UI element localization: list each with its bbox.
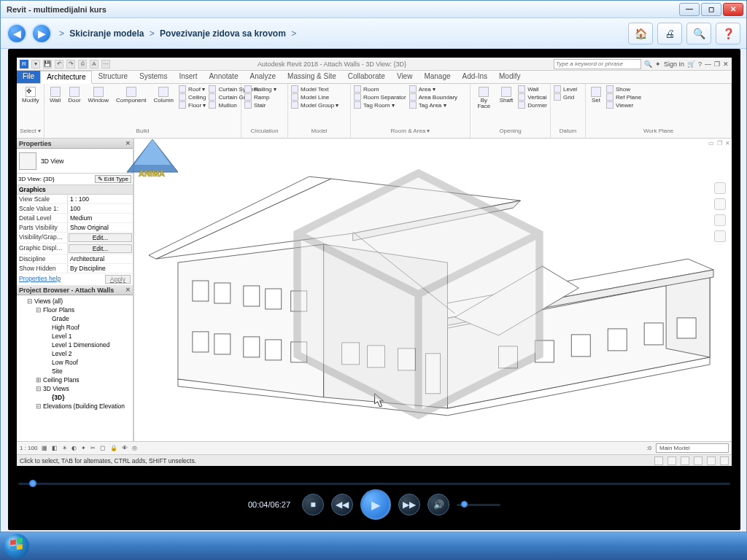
infocenter-help-icon[interactable]: ? xyxy=(698,61,702,68)
forward-button[interactable]: ▶ xyxy=(31,23,52,44)
properties-help-link[interactable]: Properties help xyxy=(19,275,61,284)
filter-icon[interactable] xyxy=(720,456,729,465)
close-button[interactable]: ✕ xyxy=(723,3,743,16)
wall-opening-button[interactable]: Wall xyxy=(518,85,547,93)
tree-item[interactable]: ⊟Views (all) xyxy=(20,297,130,306)
stair-button[interactable]: Stair xyxy=(244,101,276,109)
scale-label[interactable]: 1 : 100 xyxy=(20,445,37,451)
infocenter-search-icon[interactable]: 🔍 xyxy=(644,61,652,68)
dormer-button[interactable]: Dormer xyxy=(518,101,547,109)
component-button[interactable]: Component xyxy=(114,85,148,105)
room-button[interactable]: Room xyxy=(354,85,406,93)
crop-region-icon[interactable]: ▢ xyxy=(100,445,106,451)
model-text-button[interactable]: Model Text xyxy=(291,85,338,93)
tree-item[interactable]: ⊟3D Views xyxy=(20,384,130,393)
breadcrumb-item-1[interactable]: Skiciranje modela xyxy=(69,28,144,39)
crop-icon[interactable]: ✂ xyxy=(90,445,96,451)
tab-view[interactable]: View xyxy=(391,71,419,83)
seek-bar[interactable] xyxy=(18,481,730,486)
tree-item[interactable]: ⊟Floor Plans xyxy=(20,306,130,314)
tab-structure[interactable]: Structure xyxy=(92,71,133,83)
column-button[interactable]: Column xyxy=(151,85,176,105)
search-button[interactable]: 🔍 xyxy=(686,23,711,44)
model-line-button[interactable]: Model Line xyxy=(291,93,338,101)
3d-canvas[interactable]: ▭ ❐ ✕ xyxy=(133,139,732,441)
render-icon[interactable]: ✦ xyxy=(81,445,86,451)
revit-max-icon[interactable]: ❐ xyxy=(714,61,720,68)
tab-collaborate[interactable]: Collaborate xyxy=(342,71,391,83)
stop-button[interactable]: ■ xyxy=(302,494,324,516)
model-group-button[interactable]: Model Group ▾ xyxy=(291,101,338,109)
vertical-opening-button[interactable]: Vertical xyxy=(518,93,547,101)
open-icon[interactable]: ▾ xyxy=(31,60,40,69)
fast-forward-button[interactable]: ▶▶ xyxy=(398,494,420,516)
tree-item[interactable]: Level 1 xyxy=(20,332,130,341)
temp-hide-icon[interactable]: 👁 xyxy=(122,445,128,451)
tab-annotate[interactable]: Annotate xyxy=(203,71,244,83)
taskbar[interactable] xyxy=(0,532,747,560)
volume-knob[interactable] xyxy=(461,501,468,508)
tree-item[interactable]: Site xyxy=(20,367,130,376)
qat-more-icon[interactable]: ⋯ xyxy=(101,60,110,69)
properties-header[interactable]: Properties✕ xyxy=(17,139,133,149)
tab-file[interactable]: File xyxy=(17,71,40,83)
start-button[interactable] xyxy=(4,534,29,559)
play-button[interactable]: ▶ xyxy=(360,489,391,520)
ref-plane-button[interactable]: Ref Plane xyxy=(606,93,641,101)
view-max-icon[interactable]: ❐ xyxy=(717,140,722,147)
grid-button[interactable]: Grid xyxy=(554,93,577,101)
set-plane-button[interactable]: Set xyxy=(589,85,603,105)
tree-item[interactable]: High Roof xyxy=(20,323,130,332)
tab-systems[interactable]: Systems xyxy=(133,71,173,83)
mute-button[interactable]: 🔊 xyxy=(427,494,449,516)
wall-button[interactable]: Wall xyxy=(47,85,63,105)
area-bound-button[interactable]: Area Boundary xyxy=(409,93,457,101)
tree-item[interactable]: ⊟Elevations (Building Elevation xyxy=(20,402,130,411)
print-button[interactable]: 🖨 xyxy=(657,23,682,44)
project-browser[interactable]: ⊟Views (all)⊟Floor PlansGradeHigh RoofLe… xyxy=(17,295,133,441)
revit-min-icon[interactable]: — xyxy=(705,61,711,68)
tree-item[interactable]: Low Roof xyxy=(20,358,130,367)
tab-manage[interactable]: Manage xyxy=(418,71,456,83)
modify-button[interactable]: ✥Modify xyxy=(20,85,42,105)
view-close-icon[interactable]: ✕ xyxy=(725,140,730,147)
ceiling-button[interactable]: Ceiling xyxy=(179,93,206,101)
rewind-button[interactable]: ◀◀ xyxy=(331,494,353,516)
by-face-button[interactable]: By Face xyxy=(473,85,495,111)
shadow-icon[interactable]: ◐ xyxy=(71,445,77,451)
tab-analyze[interactable]: Analyze xyxy=(244,71,282,83)
tree-item[interactable]: Level 1 Dimensioned xyxy=(20,341,130,349)
floor-button[interactable]: Floor ▾ xyxy=(179,101,206,109)
room-sep-button[interactable]: Room Separator xyxy=(354,93,406,101)
subscription-icon[interactable]: ✦ xyxy=(655,61,661,68)
select-face-icon[interactable] xyxy=(694,456,703,465)
tab-massing[interactable]: Massing & Site xyxy=(282,71,342,83)
back-button[interactable]: ◀ xyxy=(7,23,27,44)
infocenter-search[interactable] xyxy=(554,59,641,69)
signin-button[interactable]: Sign In xyxy=(664,61,684,68)
print-icon[interactable]: ⎙ xyxy=(78,60,87,69)
tree-item[interactable]: ⊞Ceiling Plans xyxy=(20,376,130,384)
tag-area-button[interactable]: Tag Area ▾ xyxy=(409,101,457,109)
prop-instance-selector[interactable]: 3D View: {3D} xyxy=(18,176,55,182)
ramp-button[interactable]: Ramp xyxy=(244,93,276,101)
redo-icon[interactable]: ↷ xyxy=(66,60,75,69)
tab-addins[interactable]: Add-Ins xyxy=(457,71,493,83)
lock-icon[interactable]: 🔒 xyxy=(110,445,117,451)
home-button[interactable]: 🏠 xyxy=(628,23,653,44)
seek-knob[interactable] xyxy=(29,480,36,487)
select-group-label[interactable]: Select ▾ xyxy=(20,128,41,136)
detail-icon[interactable]: ▦ xyxy=(42,445,47,451)
viewer-button[interactable]: Viewer xyxy=(606,101,641,109)
type-selector[interactable]: 3D View xyxy=(17,149,133,174)
window-button[interactable]: Window xyxy=(86,85,111,105)
level-button[interactable]: Level xyxy=(554,85,577,93)
help-button[interactable]: ❓ xyxy=(716,23,740,44)
browser-header[interactable]: Project Browser - Attach Walls✕ xyxy=(17,285,133,295)
visual-style-icon[interactable]: ◧ xyxy=(52,445,58,451)
door-button[interactable]: Door xyxy=(66,85,82,105)
revit-close-icon[interactable]: ✕ xyxy=(723,61,729,68)
maximize-button[interactable]: ◻ xyxy=(701,3,721,16)
railing-button[interactable]: Railing ▾ xyxy=(244,85,276,93)
tag-room-button[interactable]: Tag Room ▾ xyxy=(354,101,406,109)
